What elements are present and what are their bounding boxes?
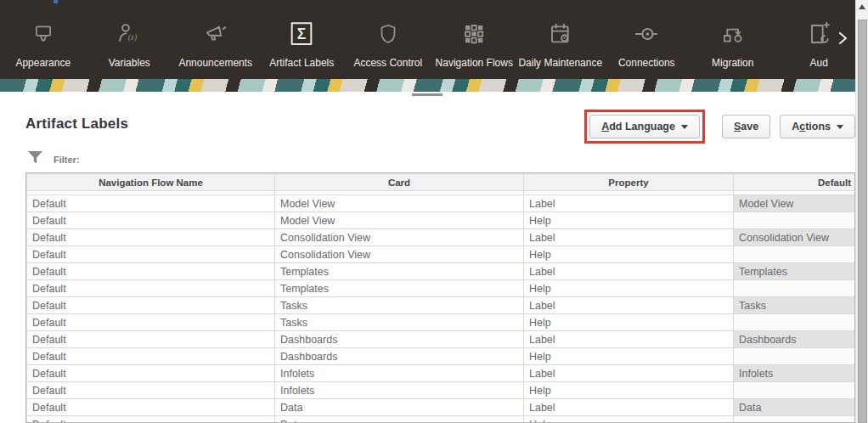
cell-property[interactable]: Label bbox=[524, 229, 734, 246]
cell-default[interactable]: Dashboards bbox=[734, 331, 856, 348]
cell-default[interactable]: Model View bbox=[734, 195, 856, 212]
column-header-property[interactable]: Property bbox=[524, 174, 734, 191]
cell-default[interactable] bbox=[734, 314, 856, 331]
cell-card[interactable]: Model View bbox=[275, 212, 524, 229]
table-row[interactable]: DefaultTasksHelp bbox=[27, 314, 856, 331]
cell-navigation-flow-name[interactable]: Default bbox=[27, 331, 275, 348]
cell-property[interactable]: Help bbox=[524, 314, 734, 331]
cell-navigation-flow-name[interactable]: Default bbox=[27, 195, 275, 212]
cell-navigation-flow-name[interactable]: Default bbox=[27, 314, 275, 331]
table-row[interactable]: DefaultTemplatesHelp bbox=[27, 280, 856, 297]
column-header-card[interactable]: Card bbox=[275, 174, 524, 191]
filter-icon[interactable] bbox=[27, 150, 43, 168]
cell-navigation-flow-name[interactable]: Default bbox=[27, 382, 275, 399]
table-row[interactable]: DefaultDataLabelData bbox=[27, 399, 856, 416]
column-header-navigation-flow-name[interactable]: Navigation Flow Name bbox=[27, 174, 275, 191]
ribbon-item-appearance[interactable]: Appearance bbox=[0, 0, 87, 79]
ribbon-item-label: Artifact Labels bbox=[269, 57, 334, 69]
ribbon-item-artifact-labels[interactable]: ΣArtifact Labels bbox=[259, 0, 346, 79]
cell-default[interactable] bbox=[734, 246, 856, 263]
cell-card[interactable]: Tasks bbox=[275, 314, 524, 331]
cell-property[interactable]: Help bbox=[524, 280, 734, 297]
cell-default[interactable] bbox=[734, 212, 856, 229]
cell-navigation-flow-name[interactable]: Default bbox=[27, 365, 275, 382]
cell-navigation-flow-name[interactable]: Default bbox=[27, 246, 275, 263]
scrollbar-up-arrow-icon[interactable] bbox=[859, 4, 865, 9]
cell-navigation-flow-name[interactable]: Default bbox=[27, 263, 275, 280]
cell-default[interactable]: Data bbox=[734, 399, 856, 416]
cell-card[interactable]: Consolidation View bbox=[275, 229, 524, 246]
cell-card[interactable]: Tasks bbox=[275, 297, 524, 314]
table-row[interactable]: DefaultInfoletsHelp bbox=[27, 382, 856, 399]
cell-default[interactable]: Consolidation View bbox=[734, 229, 856, 246]
cell-default[interactable]: Tasks bbox=[734, 297, 856, 314]
ribbon-item-variables[interactable]: (x)Variables bbox=[87, 0, 173, 79]
table-row[interactable]: DefaultInfoletsLabelInfolets bbox=[27, 365, 856, 382]
cell-card[interactable]: Dashboards bbox=[275, 331, 524, 348]
ribbon-item-daily-maintenance[interactable]: Daily Maintenance bbox=[517, 0, 604, 79]
table-row[interactable]: DefaultModel ViewLabelModel View bbox=[27, 195, 856, 212]
add-language-button[interactable]: Add Language bbox=[589, 115, 700, 138]
ribbon-item-navigation-flows[interactable]: Navigation Flows bbox=[431, 0, 518, 79]
cell-property[interactable]: Help bbox=[524, 382, 734, 399]
cell-navigation-flow-name[interactable]: Default bbox=[27, 416, 275, 423]
table-row[interactable]: DefaultTemplatesLabelTemplates bbox=[27, 263, 856, 280]
table-row[interactable]: DefaultConsolidation ViewLabelConsolidat… bbox=[27, 229, 856, 246]
table-row[interactable]: DefaultModel ViewHelp bbox=[27, 212, 856, 229]
cell-navigation-flow-name[interactable]: Default bbox=[27, 399, 275, 416]
ribbon-item-migration[interactable]: Migration bbox=[690, 0, 776, 79]
cell-property[interactable]: Help bbox=[524, 416, 734, 423]
ribbon-item-announcements[interactable]: Announcements bbox=[172, 0, 259, 79]
cell-property[interactable]: Help bbox=[524, 212, 734, 229]
ribbon-item-access-control[interactable]: Access Control bbox=[345, 0, 431, 79]
cell-card[interactable]: Infolets bbox=[275, 365, 524, 382]
cell-default[interactable] bbox=[734, 382, 856, 399]
cell-default[interactable] bbox=[734, 348, 856, 365]
access-control-icon bbox=[374, 20, 403, 48]
filter-label: Filter: bbox=[54, 155, 80, 165]
cell-card[interactable]: Templates bbox=[275, 280, 524, 297]
cell-card[interactable]: Data bbox=[275, 416, 524, 423]
ribbon-item-label: Connections bbox=[618, 57, 675, 69]
cell-navigation-flow-name[interactable]: Default bbox=[27, 297, 275, 314]
cell-default[interactable]: Infolets bbox=[734, 365, 856, 382]
cell-default[interactable]: Templates bbox=[734, 263, 856, 280]
table-row[interactable]: DefaultConsolidation ViewHelp bbox=[27, 246, 856, 263]
cell-property[interactable]: Label bbox=[524, 297, 734, 314]
scrollbar-thumb[interactable] bbox=[858, 20, 867, 423]
save-button[interactable]: Save bbox=[722, 115, 770, 138]
cell-card[interactable]: Infolets bbox=[275, 382, 524, 399]
cell-card[interactable]: Templates bbox=[275, 263, 524, 280]
ribbon-scroll-right-button[interactable] bbox=[835, 31, 850, 49]
table-row[interactable]: DefaultTasksLabelTasks bbox=[27, 297, 856, 314]
variables-icon: (x) bbox=[115, 20, 144, 48]
column-header-default[interactable]: Default bbox=[734, 174, 856, 191]
cell-navigation-flow-name[interactable]: Default bbox=[27, 212, 275, 229]
cell-card[interactable]: Data bbox=[275, 399, 524, 416]
cell-card[interactable]: Consolidation View bbox=[275, 246, 524, 263]
cell-card[interactable]: Dashboards bbox=[275, 348, 524, 365]
panel-resize-handle[interactable] bbox=[412, 93, 442, 96]
cell-property[interactable]: Label bbox=[524, 331, 734, 348]
cell-navigation-flow-name[interactable]: Default bbox=[27, 348, 275, 365]
actions-button[interactable]: Actions bbox=[780, 115, 855, 138]
cell-property[interactable]: Label bbox=[524, 195, 734, 212]
cell-property[interactable]: Label bbox=[524, 365, 734, 382]
cell-property[interactable]: Label bbox=[524, 399, 734, 416]
ribbon-item-label: Access Control bbox=[353, 57, 422, 69]
cell-card[interactable]: Model View bbox=[275, 195, 524, 212]
table-row[interactable]: DefaultDashboardsLabelDashboards bbox=[27, 331, 856, 348]
vertical-scrollbar[interactable] bbox=[855, 0, 868, 423]
ribbon-item-label: Navigation Flows bbox=[436, 57, 513, 69]
cell-navigation-flow-name[interactable]: Default bbox=[27, 229, 275, 246]
cell-default[interactable] bbox=[734, 280, 856, 297]
cell-navigation-flow-name[interactable]: Default bbox=[27, 280, 275, 297]
ribbon-item-connections[interactable]: Connections bbox=[604, 0, 690, 79]
cell-default[interactable] bbox=[734, 416, 856, 423]
table-row[interactable]: DefaultDataHelp bbox=[27, 416, 856, 423]
cell-property[interactable]: Help bbox=[524, 246, 734, 263]
cell-property[interactable]: Help bbox=[524, 348, 734, 365]
table-row[interactable]: DefaultDashboardsHelp bbox=[27, 348, 856, 365]
announcements-icon bbox=[201, 20, 230, 48]
cell-property[interactable]: Label bbox=[524, 263, 734, 280]
